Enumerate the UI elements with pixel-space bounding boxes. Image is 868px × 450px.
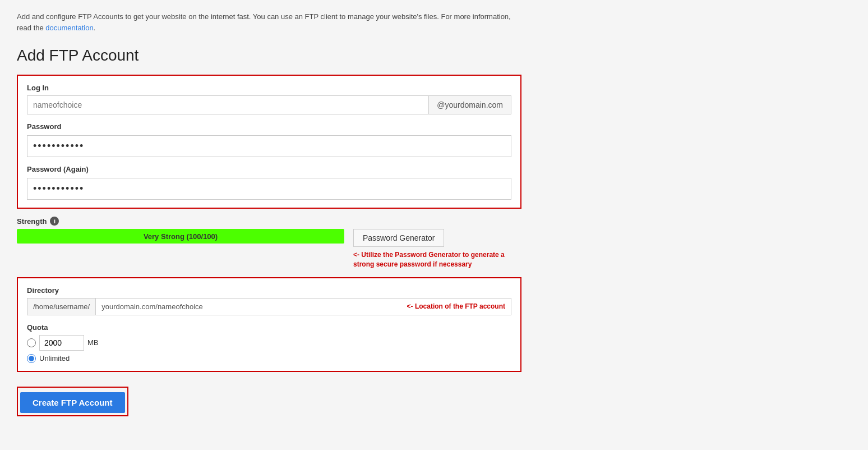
documentation-link[interactable]: documentation [45, 24, 93, 32]
info-icon[interactable]: i [50, 217, 59, 226]
generator-hint: <- Utilize the Password Generator to gen… [353, 250, 521, 269]
password-again-label: Password (Again) [27, 165, 511, 173]
page-title: Add FTP Account [17, 47, 521, 65]
unlimited-row: Unlimited [27, 354, 511, 363]
domain-suffix: @yourdomain.com [428, 96, 511, 114]
password-field-group: Password [27, 122, 511, 157]
quota-row: 2000 MB [27, 335, 511, 351]
login-password-box: Log In @yourdomain.com Password Password… [17, 75, 521, 209]
password-input[interactable] [27, 135, 511, 157]
login-label: Log In [27, 84, 511, 92]
password-label: Password [27, 122, 511, 131]
strength-right: Password Generator <- Utilize the Passwo… [353, 217, 521, 269]
strength-left: Strength i Very Strong (100/100) [17, 217, 344, 244]
directory-quota-box: Directory /home/username/ yourdomain.com… [17, 277, 521, 372]
strength-label-row: Strength i [17, 217, 344, 226]
directory-field-group: Directory /home/username/ yourdomain.com… [27, 286, 511, 315]
password-again-input[interactable] [27, 178, 511, 200]
directory-row: /home/username/ yourdomain.com/nameofcho… [27, 298, 511, 315]
username-input[interactable] [27, 96, 428, 114]
quota-input[interactable]: 2000 [39, 335, 84, 351]
login-field-group: Log In @yourdomain.com [27, 84, 511, 114]
strength-label: Strength [17, 217, 47, 226]
quota-section: Quota 2000 MB Unlimited [27, 323, 511, 363]
strength-section: Strength i Very Strong (100/100) Passwor… [17, 217, 521, 269]
create-ftp-account-button[interactable]: Create FTP Account [20, 392, 125, 413]
password-generator-button[interactable]: Password Generator [353, 229, 444, 247]
directory-value: yourdomain.com/nameofchoice [96, 299, 401, 315]
login-row: @yourdomain.com [27, 95, 511, 114]
strength-bar-text: Very Strong (100/100) [17, 229, 344, 244]
directory-prefix: /home/username/ [27, 299, 96, 315]
directory-label: Directory [27, 286, 511, 295]
directory-hint: <- Location of the FTP account [401, 299, 511, 314]
quota-unit: MB [87, 338, 99, 347]
strength-bar: Very Strong (100/100) [17, 229, 344, 244]
password-again-field-group: Password (Again) [27, 165, 511, 200]
quota-limited-radio[interactable] [27, 338, 36, 347]
top-description: Add and configure FTP Accounts to get yo… [17, 11, 521, 33]
quota-label: Quota [27, 323, 511, 332]
create-btn-wrapper: Create FTP Account [17, 387, 128, 416]
quota-unlimited-radio[interactable] [27, 354, 36, 363]
unlimited-label: Unlimited [39, 354, 70, 362]
